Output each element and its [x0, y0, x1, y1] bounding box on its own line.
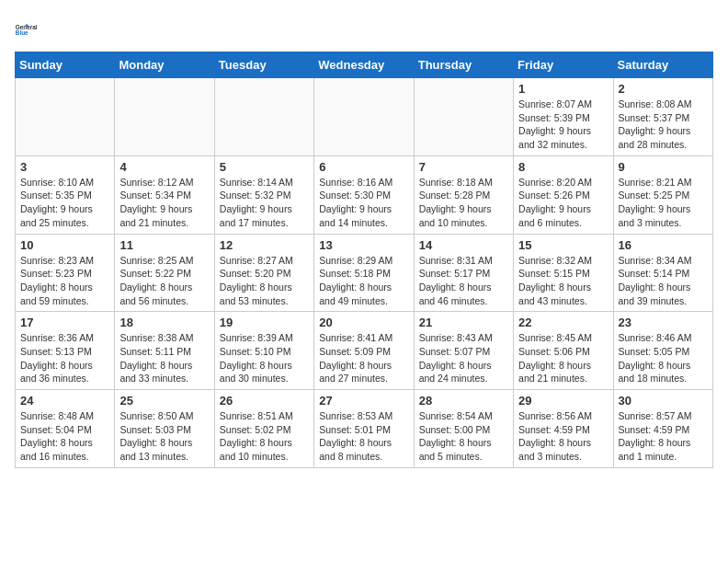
day-info: Sunrise: 8:08 AMSunset: 5:37 PMDaylight:…: [619, 98, 708, 152]
calendar-header-row: SundayMondayTuesdayWednesdayThursdayFrid…: [16, 52, 713, 78]
day-info: Sunrise: 8:45 AMSunset: 5:06 PMDaylight:…: [518, 331, 608, 385]
day-number: 16: [619, 238, 708, 252]
calendar-cell: 29Sunrise: 8:56 AMSunset: 4:59 PMDayligh…: [514, 390, 613, 468]
calendar-cell: 3Sunrise: 8:10 AMSunset: 5:35 PMDaylight…: [16, 155, 115, 234]
day-number: 20: [319, 316, 408, 329]
day-info: Sunrise: 8:46 AMSunset: 5:05 PMDaylight:…: [619, 331, 708, 385]
day-info: Sunrise: 8:27 AMSunset: 5:20 PMDaylight:…: [220, 254, 309, 308]
day-info: Sunrise: 8:32 AMSunset: 5:15 PMDaylight:…: [518, 254, 608, 308]
calendar-cell: 27Sunrise: 8:53 AMSunset: 5:01 PMDayligh…: [314, 390, 414, 468]
day-info: Sunrise: 8:18 AMSunset: 5:28 PMDaylight:…: [419, 176, 508, 230]
calendar-cell: 28Sunrise: 8:54 AMSunset: 5:00 PMDayligh…: [414, 390, 513, 468]
calendar-table: SundayMondayTuesdayWednesdayThursdayFrid…: [15, 52, 713, 468]
calendar-cell: [115, 78, 214, 156]
day-number: 6: [319, 160, 408, 174]
day-number: 12: [220, 238, 309, 252]
day-number: 21: [419, 316, 508, 329]
day-info: Sunrise: 8:50 AMSunset: 5:03 PMDaylight:…: [119, 409, 209, 464]
calendar-cell: 14Sunrise: 8:31 AMSunset: 5:17 PMDayligh…: [414, 234, 513, 312]
calendar-cell: 8Sunrise: 8:20 AMSunset: 5:26 PMDaylight…: [514, 155, 613, 234]
day-info: Sunrise: 8:23 AMSunset: 5:23 PMDaylight:…: [20, 254, 109, 308]
day-info: Sunrise: 8:43 AMSunset: 5:07 PMDaylight:…: [419, 331, 508, 385]
calendar-cell: 1Sunrise: 8:07 AMSunset: 5:39 PMDaylight…: [514, 78, 613, 156]
calendar-cell: 12Sunrise: 8:27 AMSunset: 5:20 PMDayligh…: [214, 234, 313, 312]
calendar-cell: 18Sunrise: 8:38 AMSunset: 5:11 PMDayligh…: [115, 312, 214, 390]
day-info: Sunrise: 8:12 AMSunset: 5:34 PMDaylight:…: [119, 176, 209, 230]
day-number: 2: [619, 82, 708, 96]
day-number: 5: [220, 160, 309, 174]
calendar-week-2: 3Sunrise: 8:10 AMSunset: 5:35 PMDaylight…: [16, 155, 713, 234]
calendar-week-3: 10Sunrise: 8:23 AMSunset: 5:23 PMDayligh…: [16, 234, 713, 312]
day-header-saturday: Saturday: [613, 52, 712, 78]
calendar-week-1: 1Sunrise: 8:07 AMSunset: 5:39 PMDaylight…: [16, 78, 713, 156]
day-number: 15: [518, 238, 608, 252]
day-header-tuesday: Tuesday: [214, 52, 313, 78]
calendar-cell: 15Sunrise: 8:32 AMSunset: 5:15 PMDayligh…: [514, 234, 613, 312]
calendar-cell: 13Sunrise: 8:29 AMSunset: 5:18 PMDayligh…: [314, 234, 414, 312]
calendar-cell: 23Sunrise: 8:46 AMSunset: 5:05 PMDayligh…: [613, 312, 712, 390]
calendar-cell: 25Sunrise: 8:50 AMSunset: 5:03 PMDayligh…: [115, 390, 214, 468]
day-info: Sunrise: 8:20 AMSunset: 5:26 PMDaylight:…: [518, 176, 608, 230]
day-header-thursday: Thursday: [414, 52, 513, 78]
header: General Blue: [15, 15, 713, 44]
day-info: Sunrise: 8:14 AMSunset: 5:32 PMDaylight:…: [220, 176, 309, 230]
day-info: Sunrise: 8:36 AMSunset: 5:13 PMDaylight:…: [20, 331, 109, 385]
day-number: 30: [619, 394, 708, 408]
logo: General Blue: [15, 15, 44, 44]
calendar-cell: 7Sunrise: 8:18 AMSunset: 5:28 PMDaylight…: [414, 155, 513, 234]
day-info: Sunrise: 8:54 AMSunset: 5:00 PMDaylight:…: [419, 409, 508, 464]
day-info: Sunrise: 8:25 AMSunset: 5:22 PMDaylight:…: [119, 254, 209, 308]
day-header-wednesday: Wednesday: [314, 52, 414, 78]
page-container: General Blue SundayMondayTuesdayWednesda…: [0, 0, 728, 477]
day-number: 28: [419, 394, 508, 408]
day-info: Sunrise: 8:10 AMSunset: 5:35 PMDaylight:…: [20, 176, 109, 230]
calendar-cell: 10Sunrise: 8:23 AMSunset: 5:23 PMDayligh…: [16, 234, 115, 312]
calendar-cell: 16Sunrise: 8:34 AMSunset: 5:14 PMDayligh…: [613, 234, 712, 312]
day-number: 13: [319, 238, 408, 252]
calendar-cell: [314, 78, 414, 156]
calendar-cell: 20Sunrise: 8:41 AMSunset: 5:09 PMDayligh…: [314, 312, 414, 390]
day-number: 3: [20, 160, 109, 174]
calendar-cell: 4Sunrise: 8:12 AMSunset: 5:34 PMDaylight…: [115, 155, 214, 234]
calendar-cell: 19Sunrise: 8:39 AMSunset: 5:10 PMDayligh…: [214, 312, 313, 390]
logo-icon: General Blue: [15, 15, 44, 44]
day-number: 18: [119, 316, 209, 329]
calendar-cell: 26Sunrise: 8:51 AMSunset: 5:02 PMDayligh…: [214, 390, 313, 468]
day-info: Sunrise: 8:31 AMSunset: 5:17 PMDaylight:…: [419, 254, 508, 308]
calendar-cell: 6Sunrise: 8:16 AMSunset: 5:30 PMDaylight…: [314, 155, 414, 234]
calendar-cell: [414, 78, 513, 156]
day-number: 11: [119, 238, 209, 252]
calendar-cell: 22Sunrise: 8:45 AMSunset: 5:06 PMDayligh…: [514, 312, 613, 390]
calendar-cell: 9Sunrise: 8:21 AMSunset: 5:25 PMDaylight…: [613, 155, 712, 234]
day-number: 27: [319, 394, 408, 408]
day-number: 22: [518, 316, 608, 329]
day-number: 26: [220, 394, 309, 408]
day-number: 19: [220, 316, 309, 329]
calendar-cell: [16, 78, 115, 156]
day-number: 29: [518, 394, 608, 408]
calendar-cell: 17Sunrise: 8:36 AMSunset: 5:13 PMDayligh…: [16, 312, 115, 390]
day-info: Sunrise: 8:53 AMSunset: 5:01 PMDaylight:…: [319, 409, 408, 464]
calendar-cell: 5Sunrise: 8:14 AMSunset: 5:32 PMDaylight…: [214, 155, 313, 234]
calendar-cell: 30Sunrise: 8:57 AMSunset: 4:59 PMDayligh…: [613, 390, 712, 468]
day-info: Sunrise: 8:16 AMSunset: 5:30 PMDaylight:…: [319, 176, 408, 230]
day-number: 7: [419, 160, 508, 174]
day-number: 4: [119, 160, 209, 174]
calendar-cell: [214, 78, 313, 156]
calendar-cell: 24Sunrise: 8:48 AMSunset: 5:04 PMDayligh…: [16, 390, 115, 468]
day-header-sunday: Sunday: [16, 52, 115, 78]
day-header-friday: Friday: [514, 52, 613, 78]
day-number: 14: [419, 238, 508, 252]
calendar-cell: 11Sunrise: 8:25 AMSunset: 5:22 PMDayligh…: [115, 234, 214, 312]
day-info: Sunrise: 8:07 AMSunset: 5:39 PMDaylight:…: [518, 98, 608, 152]
calendar-cell: 21Sunrise: 8:43 AMSunset: 5:07 PMDayligh…: [414, 312, 513, 390]
day-number: 17: [20, 316, 109, 329]
day-info: Sunrise: 8:41 AMSunset: 5:09 PMDaylight:…: [319, 331, 408, 385]
calendar-week-4: 17Sunrise: 8:36 AMSunset: 5:13 PMDayligh…: [16, 312, 713, 390]
day-info: Sunrise: 8:34 AMSunset: 5:14 PMDaylight:…: [619, 254, 708, 308]
day-info: Sunrise: 8:48 AMSunset: 5:04 PMDaylight:…: [20, 409, 109, 464]
day-number: 10: [20, 238, 109, 252]
day-info: Sunrise: 8:29 AMSunset: 5:18 PMDaylight:…: [319, 254, 408, 308]
day-info: Sunrise: 8:38 AMSunset: 5:11 PMDaylight:…: [119, 331, 209, 385]
calendar-cell: 2Sunrise: 8:08 AMSunset: 5:37 PMDaylight…: [613, 78, 712, 156]
